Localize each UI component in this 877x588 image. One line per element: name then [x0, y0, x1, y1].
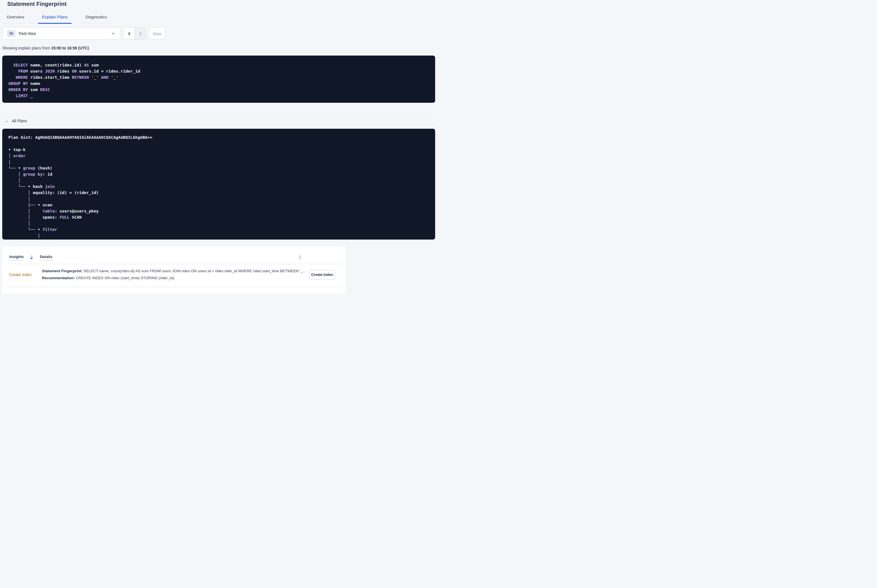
code-line: │ equality: (id) = (rider_id) [8, 190, 430, 196]
insight-details: Statement Fingerprint:SELECT name, count… [42, 269, 305, 280]
tab-diagnostics[interactable]: Diagnostics [81, 14, 111, 23]
now-button[interactable]: Now [149, 27, 165, 40]
code-line: │ [8, 232, 430, 239]
details-header-cell: Details [40, 255, 340, 261]
chevron-left-icon [127, 31, 132, 36]
statement-fingerprint-line: Statement Fingerprint:SELECT name, count… [42, 269, 305, 273]
code-line: WHERE rides.start_time BETWEEN '_' AND '… [8, 74, 430, 80]
all-plans-label: All Plans [12, 118, 27, 123]
time-range-select[interactable]: 1h Past Hour [2, 27, 121, 40]
details-sort-icon[interactable] [299, 255, 301, 261]
code-line: FROM users JOIN rides ON users.id = ride… [8, 68, 430, 74]
sql-statement-block: SELECT name, count(rides.id) AS sum FROM… [2, 56, 435, 103]
code-line: Plan Gist: AgHUAQIABQAAAAHYAQIAiAEAAAADC… [8, 134, 430, 141]
explain-plans-caption: Showing explain plans from15:00 to 16:59… [2, 46, 436, 50]
insights-sort-icon[interactable] [30, 255, 33, 260]
code-line: │ order [8, 153, 430, 159]
code-line: ORDER BY sum DESC [8, 87, 430, 93]
code-line: │ spans: FULL SCAN [8, 214, 430, 220]
next-time-button[interactable] [135, 28, 146, 39]
plan-gist-block: Plan Gist: AgHUAQIABQAAAAHYAQIAiAEAAAADC… [2, 129, 435, 240]
code-line: │ group by: id [8, 171, 430, 177]
create-index-button[interactable]: Create Index [309, 270, 335, 279]
statement-fingerprint-label: Statement Fingerprint: [42, 269, 83, 273]
code-line: └── • group (hash) [8, 165, 430, 171]
prev-time-button[interactable] [124, 28, 135, 39]
time-pager [123, 27, 146, 40]
section-divider [2, 114, 432, 114]
code-line: │ [8, 177, 430, 183]
code-line: GROUP BY name [8, 80, 430, 87]
code-line: SELECT name, count(rides.id) AS sum [8, 62, 430, 68]
sort-desc-icon [30, 258, 33, 260]
code-line: └── • hash join [8, 183, 430, 190]
insight-type-label: Create Index [9, 273, 42, 277]
arrow-left-icon: ← [5, 118, 9, 123]
sort-asc-icon [299, 255, 301, 257]
recommendation-line: Recommendation:CREATE INDEX ON rides (st… [42, 276, 305, 280]
table-row: Create Index Statement Fingerprint:SELEC… [2, 264, 346, 280]
caption-time-range: 15:00 to 16:59 (UTC) [51, 46, 89, 50]
tab-explain-plans[interactable]: Explain Plans [38, 14, 72, 23]
page-title: Statement Fingerprint [7, 1, 438, 7]
code-line: └── • filter [8, 226, 430, 232]
code-line: LIMIT _ [8, 93, 430, 99]
recommendation-value: CREATE INDEX ON rides (start_time) STORI… [76, 276, 175, 280]
code-line: │ [8, 159, 430, 165]
insights-table: Insights Details Create Index Statement … [2, 246, 346, 294]
insights-column-header[interactable]: Insights [9, 255, 24, 261]
time-controls: 1h Past Hour Now [2, 27, 435, 40]
chevron-down-icon [111, 31, 116, 36]
recommendation-label: Recommendation: [42, 276, 75, 280]
code-line: │ table: users@users_pkey [8, 208, 430, 214]
chevron-right-icon [138, 31, 143, 36]
statement-fingerprint-value: SELECT name, count(rides.id) AS sum FROM… [84, 269, 305, 273]
time-range-label: Past Hour [19, 31, 111, 36]
sort-desc-icon [299, 258, 301, 260]
code-line: │ [8, 196, 430, 202]
code-line [8, 141, 430, 147]
code-line: │ [8, 220, 430, 226]
tab-bar: Overview Explain Plans Diagnostics [2, 14, 438, 24]
time-range-badge: 1h [7, 30, 15, 37]
details-column-header[interactable]: Details [40, 255, 52, 261]
caption-text: Showing explain plans from [2, 46, 50, 50]
tab-overview[interactable]: Overview [3, 14, 29, 23]
sort-asc-icon [30, 255, 33, 257]
code-line: ├── • scan [8, 202, 430, 208]
code-line: • top-k [8, 147, 430, 153]
insights-table-header: Insights Details [2, 246, 346, 261]
all-plans-link[interactable]: ← All Plans [5, 118, 27, 123]
